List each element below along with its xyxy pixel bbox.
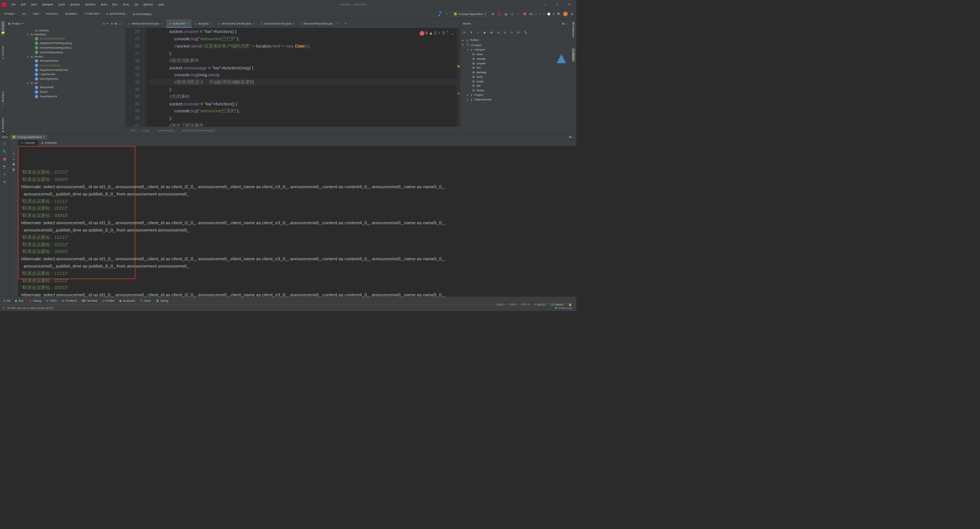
favorites-tool-tab[interactable]: ★ Favorites bbox=[1, 117, 5, 134]
line-column[interactable]: 1166:1 bbox=[496, 302, 505, 306]
close-tab-icon[interactable]: × bbox=[210, 22, 212, 25]
collapse-maven-icon[interactable]: ⊟ bbox=[516, 30, 521, 35]
generate-sources-icon[interactable]: ⬇ bbox=[469, 30, 474, 35]
maven-goal-clean[interactable]: ✿clean bbox=[460, 52, 571, 57]
tree-item-Base64URL[interactable]: CBase64URL bbox=[6, 85, 125, 90]
maven-goal-test[interactable]: ✿test bbox=[460, 66, 571, 70]
user-icon[interactable]: 👤▾ bbox=[439, 12, 443, 16]
crumb-1[interactable]: src bbox=[20, 11, 31, 17]
bottom-tab-profiler[interactable]: ◷Profiler bbox=[102, 299, 115, 302]
structure-tool-tab[interactable]: ⬚ Structure bbox=[1, 90, 5, 108]
add-maven-icon[interactable]: + bbox=[475, 30, 480, 35]
error-stripe[interactable] bbox=[457, 28, 460, 127]
fold-gutter[interactable] bbox=[143, 28, 146, 127]
crumb-7[interactable]: ◉ onmessage() bbox=[131, 12, 154, 16]
build-icon[interactable]: ⤴ bbox=[445, 12, 449, 16]
tree-item-AnnounceRepository[interactable]: IAnnounceRepository bbox=[6, 36, 125, 41]
editor[interactable]: ⬤9 ▲2 ✓3 ⌃ ⌄ 282930313233343536373839404… bbox=[125, 28, 460, 127]
execute-goal-icon[interactable]: m bbox=[489, 30, 494, 35]
maven-wrench-icon[interactable]: 🔧 bbox=[523, 30, 528, 35]
clear-button[interactable]: 🗑 bbox=[12, 168, 15, 171]
editor-crumb[interactable]: html bbox=[130, 129, 135, 132]
up-trace-button[interactable]: ↑ bbox=[13, 141, 15, 144]
avatar[interactable] bbox=[563, 12, 568, 16]
maven-goal-install[interactable]: ✿install bbox=[460, 79, 571, 84]
editor-breadcrumb[interactable]: html 〉 script 〉 openSocket() 〉 WebSocket… bbox=[125, 127, 460, 134]
git-branch[interactable]: ⎇ master bbox=[551, 302, 564, 306]
tree-item-AnnounceService[interactable]: CAnnounceService bbox=[6, 63, 125, 68]
menu-refactor[interactable]: Refactor bbox=[83, 2, 98, 7]
bottom-tab-todo[interactable]: ≡TODO bbox=[46, 299, 57, 302]
maven-dependencies[interactable]: Dependencies bbox=[474, 98, 492, 101]
crumb-4[interactable]: templates bbox=[63, 11, 82, 17]
bottom-tab-run[interactable]: ▶Run bbox=[15, 299, 24, 302]
bottom-tab-spring[interactable]: 🍃Spring bbox=[156, 299, 168, 302]
crumb-2[interactable]: main bbox=[31, 11, 44, 17]
editor-tab-AnnounceController.java[interactable]: CAnnounceController.java× bbox=[215, 19, 258, 28]
stop-button[interactable] bbox=[2, 156, 7, 162]
project-tool-tab[interactable]: 📁 Project bbox=[1, 21, 5, 36]
settings-icon[interactable]: ✿ bbox=[115, 22, 119, 25]
git-history-icon[interactable]: 🕘 bbox=[547, 12, 551, 15]
tree-item-util[interactable]: ▾🗀util bbox=[6, 81, 125, 85]
menu-git[interactable]: Git bbox=[132, 2, 140, 7]
attach-button[interactable]: ⋯ bbox=[516, 12, 521, 16]
close-tab-icon[interactable]: × bbox=[161, 22, 163, 25]
close-tab-icon[interactable]: × bbox=[293, 22, 294, 25]
rerun-button[interactable]: ↻ bbox=[2, 141, 7, 146]
editor-tab-test.java[interactable]: Ctest.java× bbox=[192, 19, 215, 28]
print-button[interactable]: 🖶 bbox=[12, 163, 15, 166]
maven-hide-icon[interactable]: — bbox=[565, 22, 568, 25]
git-revert-icon[interactable]: ↺ bbox=[552, 12, 555, 15]
scroll-end-button[interactable]: ⤓ bbox=[13, 157, 15, 160]
encoding[interactable]: UTF-8 bbox=[521, 302, 530, 306]
tree-item-repository[interactable]: ▾🗀repository bbox=[6, 33, 125, 37]
crumb-5[interactable]: ⬘ index.html bbox=[82, 11, 104, 17]
code-area[interactable]: socket.onopen = "kw">function() { consol… bbox=[146, 28, 460, 127]
run-hide-icon[interactable]: — bbox=[571, 135, 574, 138]
git-commit-icon[interactable]: ✔ bbox=[539, 12, 541, 15]
expand-all-icon[interactable]: ≡ bbox=[107, 22, 111, 25]
coverage-button[interactable]: ◪ bbox=[504, 12, 508, 16]
tree-item-DepartmentTreeService[interactable]: CDepartmentTreeService bbox=[6, 67, 125, 72]
menu-code[interactable]: Code bbox=[56, 2, 67, 7]
debug-button[interactable]: 🐞 bbox=[497, 12, 502, 16]
show-deps-icon[interactable]: ≡ bbox=[509, 30, 514, 35]
menu-help[interactable]: Help bbox=[156, 2, 166, 7]
menu-window[interactable]: Window bbox=[141, 2, 155, 7]
tree-item-UserSigService[interactable]: CUserSigService bbox=[6, 77, 125, 81]
stop-button[interactable] bbox=[523, 12, 527, 16]
search-icon[interactable]: 🔍 bbox=[557, 12, 561, 16]
profile-button[interactable]: ◷ bbox=[510, 12, 514, 16]
tree-item-LoginService[interactable]: CLoginService bbox=[6, 72, 125, 77]
run-button[interactable] bbox=[491, 12, 495, 16]
crumb-0[interactable]: crossgov bbox=[2, 11, 20, 17]
run-actions-button[interactable]: 🔧 bbox=[2, 149, 7, 154]
down-trace-button[interactable]: ↓ bbox=[13, 146, 15, 150]
event-log-label[interactable]: Event Log bbox=[559, 306, 572, 310]
editor-tab-AnnounceRepository.jav...[interactable]: IAnnounceRepository.jav...× bbox=[298, 19, 341, 28]
editor-crumb[interactable]: script bbox=[143, 129, 150, 132]
menu-file[interactable]: File bbox=[9, 2, 18, 7]
menu-view[interactable]: View bbox=[29, 2, 39, 7]
close-button[interactable]: ✕ bbox=[564, 1, 574, 8]
menu-tools[interactable]: Tools bbox=[120, 2, 131, 7]
menu-edit[interactable]: Edit bbox=[19, 2, 28, 7]
tree-item-UserInfo[interactable]: 🗀UserInfo bbox=[6, 28, 125, 33]
maven-goal-compile[interactable]: ✿compile bbox=[460, 61, 571, 66]
crumb-3[interactable]: resources bbox=[44, 11, 63, 17]
maven-project[interactable]: crossgov bbox=[471, 43, 482, 46]
database-tool-tab[interactable]: 🗄 Database bbox=[571, 21, 576, 39]
soft-wrap-button[interactable]: ↩ bbox=[13, 152, 15, 155]
maven-goal-deploy[interactable]: ✿deploy bbox=[460, 88, 571, 93]
tree-item-AccountService[interactable]: CAccountService bbox=[6, 59, 125, 63]
editor-tab-AnnounceService.java[interactable]: CAnnounceService.java× bbox=[258, 19, 298, 28]
toggle-offline-icon[interactable]: ⊖ bbox=[496, 30, 501, 35]
menu-build[interactable]: Build bbox=[99, 2, 109, 7]
indent[interactable]: 2 spaces bbox=[534, 302, 546, 306]
console-output[interactable]: "联席会议通知：22222""联席会议通知：33333"Hibernate: s… bbox=[18, 146, 576, 299]
maven-goal-verify[interactable]: ✿verify bbox=[460, 75, 571, 79]
menu-navigate[interactable]: Navigate bbox=[40, 2, 56, 7]
tree-item-ServiceWindowRepository[interactable]: IServiceWindowRepository bbox=[6, 46, 125, 50]
maven-profiles[interactable]: Profiles bbox=[470, 39, 479, 42]
